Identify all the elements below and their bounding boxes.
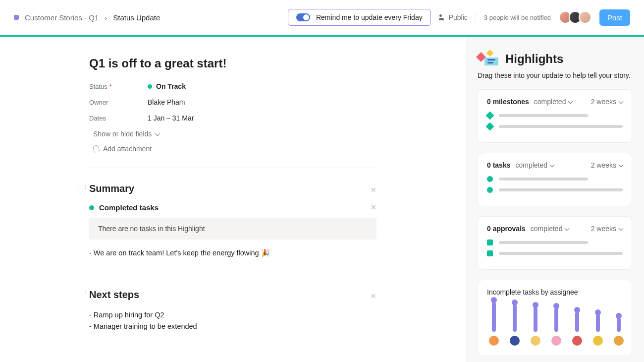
- avatar[interactable]: [579, 11, 591, 24]
- status-value[interactable]: On Track: [148, 82, 186, 90]
- next-steps-heading[interactable]: Next steps: [89, 289, 376, 301]
- chevron-down-icon: [618, 161, 623, 169]
- filter-range[interactable]: 2 weeks: [591, 225, 623, 233]
- update-title[interactable]: Q1 is off to a great start!: [89, 57, 466, 70]
- chevron-down-icon: [155, 130, 159, 138]
- filter-range[interactable]: 2 weeks: [591, 98, 623, 106]
- avatar: [614, 336, 624, 346]
- visibility-button[interactable]: Public: [439, 13, 468, 21]
- summary-body[interactable]: - We are on track team! Let's keep the e…: [89, 247, 376, 259]
- skeleton-line: [499, 188, 623, 191]
- avatar: [551, 336, 561, 346]
- avatar: [489, 336, 499, 346]
- owner-value[interactable]: Blake Pham: [148, 98, 185, 106]
- next-steps-body[interactable]: - Ramp up hiring for Q2 - Manager traini…: [89, 309, 376, 332]
- summary-heading[interactable]: Summary: [89, 183, 376, 194]
- summary-section: ✕ Summary Completed tasks ✕ There are no…: [89, 183, 376, 259]
- chevron-down-icon: [618, 225, 623, 233]
- highlights-sidebar: Highlights Drag these into your update t…: [466, 37, 644, 362]
- toggle-icon[interactable]: [296, 13, 310, 21]
- chevron-down-icon: [568, 98, 572, 106]
- breadcrumb: Customer Stories - Q1 › Status Update: [14, 13, 160, 22]
- people-icon: [439, 14, 446, 20]
- avatar: [510, 336, 520, 346]
- skeleton-line: [499, 125, 623, 128]
- highlights-heading: Highlights: [505, 52, 563, 66]
- chevron-right-icon: ›: [105, 13, 107, 22]
- dates-label: Dates: [89, 115, 148, 122]
- divider: [476, 12, 476, 23]
- highlight-card-assignee-chart[interactable]: Incomplete tasks by assignee: [478, 280, 632, 356]
- avatar: [531, 336, 540, 346]
- skeleton-line: [499, 178, 588, 181]
- status-dot-icon: [89, 205, 94, 210]
- notified-avatars[interactable]: [559, 11, 591, 24]
- notify-label: 3 people will be notified: [484, 14, 551, 21]
- filter-completed[interactable]: completed: [515, 161, 554, 169]
- circle-icon: [487, 176, 493, 182]
- toggle-fields-button[interactable]: Show or hide fields: [93, 130, 466, 138]
- breadcrumb-project[interactable]: Customer Stories - Q1: [25, 13, 99, 22]
- avatar: [593, 336, 603, 346]
- status-dot-icon: [148, 84, 152, 89]
- reminder-label: Remind me to update every Friday: [316, 13, 423, 21]
- post-button[interactable]: Post: [599, 9, 630, 26]
- highlight-card-tasks[interactable]: 0 tasks completed 2 weeks: [478, 153, 632, 206]
- divider: [89, 168, 376, 168]
- close-icon[interactable]: ✕: [371, 186, 376, 194]
- filter-range[interactable]: 2 weeks: [591, 161, 623, 169]
- highlight-empty-message: There are no tasks in this Highlight: [89, 218, 376, 240]
- drag-handle-icon[interactable]: [76, 186, 89, 188]
- completed-tasks-label: Completed tasks: [99, 203, 159, 212]
- milestones-count: 0 milestones: [487, 98, 529, 106]
- highlight-card-approvals[interactable]: 0 approvals completed 2 weeks: [478, 216, 632, 270]
- next-steps-section: ✕ Next steps - Ramp up hiring for Q2 - M…: [89, 289, 376, 332]
- add-attachment-button[interactable]: Add attachment: [93, 145, 466, 153]
- circle-icon: [487, 187, 493, 193]
- assignee-bar-chart: [487, 301, 623, 346]
- filter-completed[interactable]: completed: [531, 225, 569, 233]
- square-icon: [487, 240, 493, 245]
- highlight-card-milestones[interactable]: 0 milestones completed 2 weeks: [478, 89, 632, 143]
- divider: [89, 274, 376, 274]
- breadcrumb-page: Status Update: [113, 13, 160, 22]
- square-icon: [487, 250, 493, 256]
- close-icon[interactable]: ✕: [371, 292, 376, 300]
- visibility-label: Public: [449, 13, 468, 21]
- tasks-count: 0 tasks: [487, 161, 510, 169]
- filter-completed[interactable]: completed: [534, 98, 573, 106]
- project-color-dot: [14, 15, 19, 20]
- chevron-down-icon: [618, 98, 623, 106]
- close-icon[interactable]: ✕: [371, 203, 376, 211]
- chevron-down-icon: [564, 225, 569, 233]
- highlights-icon: [478, 51, 499, 67]
- drag-handle-icon[interactable]: [76, 292, 89, 295]
- paperclip-icon: [92, 145, 100, 153]
- diamond-icon: [486, 122, 494, 131]
- approvals-count: 0 approvals: [487, 225, 526, 233]
- skeleton-line: [499, 114, 588, 117]
- reminder-toggle-box[interactable]: Remind me to update every Friday: [288, 9, 431, 26]
- assignee-chart-title: Incomplete tasks by assignee: [487, 288, 623, 296]
- diamond-icon: [486, 112, 494, 120]
- owner-label: Owner: [89, 99, 148, 106]
- skeleton-line: [499, 252, 623, 255]
- dates-value[interactable]: 1 Jan – 31 Mar: [148, 114, 194, 122]
- status-label: Status *: [89, 83, 148, 90]
- highlights-subtext: Drag these into your update to help tell…: [478, 71, 632, 79]
- chevron-down-icon: [549, 161, 554, 169]
- avatar: [572, 336, 582, 346]
- skeleton-line: [499, 241, 588, 244]
